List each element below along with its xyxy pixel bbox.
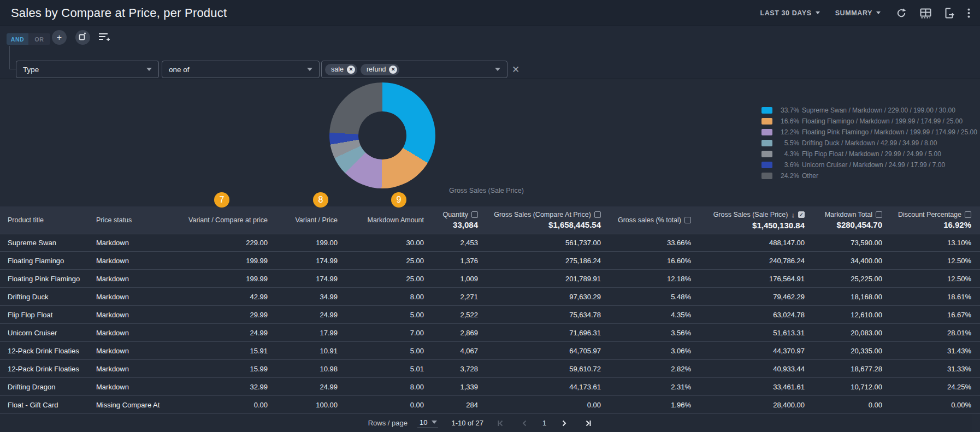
table-cell: 97,630.29 [478,293,601,301]
legend-item[interactable]: 5.5%Drifting Duck / Markdown / 42.99 / 3… [761,139,977,146]
column-header[interactable]: Variant / Compare at price [188,206,268,234]
table-cell: 8.00 [338,383,424,391]
chevron-down-icon [876,11,881,14]
table-cell: 4,067 [424,347,478,355]
table-cell: 28.01% [882,329,971,337]
table-cell: 20,335.00 [805,347,882,355]
date-range-menu[interactable]: LAST 30 DAYS [760,9,819,17]
column-checkbox[interactable] [965,211,971,218]
date-range-label: LAST 30 DAYS [760,9,811,17]
chevron-down-icon [432,421,437,424]
legend-item[interactable]: 4.3%Flip Flop Float / Markdown / 29.99 /… [761,150,977,157]
column-checkbox[interactable] [594,211,601,218]
table-cell: 10,712.00 [805,383,882,391]
legend-item[interactable]: 33.7%Supreme Swan / Markdown / 229.00 / … [761,106,977,114]
table-cell: 15.91 [188,347,268,355]
filter-panel: AND OR + Type one [0,26,980,79]
table-cell: 284 [424,401,478,409]
column-checkbox[interactable]: ✓ [798,211,805,218]
page-size-select[interactable]: 10 [417,418,438,428]
column-header[interactable]: Gross Sales (Compare At Price)$1,658,445… [478,206,601,234]
chevron-down-icon [495,68,500,71]
column-total: $1,658,445.54 [548,220,601,229]
table-cell: 0.00 [478,401,601,409]
table-grid-icon[interactable] [920,8,931,19]
export-icon[interactable] [944,8,954,19]
prev-page-button[interactable] [517,418,532,428]
table-cell: Floating Flamingo [8,257,96,265]
add-filter-button[interactable]: + [52,30,67,45]
table-cell: 199.99 [188,275,268,283]
page-size-value: 10 [420,418,427,427]
chevron-left-icon [519,418,529,428]
filter-chips: sale✕refund✕ [325,64,399,75]
column-checkbox[interactable] [684,217,691,223]
current-page-number[interactable]: 1 [541,419,547,427]
column-header[interactable]: Variant / Price [268,206,338,234]
last-page-button[interactable] [581,418,595,428]
donut-chart[interactable] [329,82,435,188]
plus-icon: + [57,33,62,42]
filter-value-chip[interactable]: refund✕ [361,64,399,75]
next-page-button[interactable] [557,418,571,428]
table-cell: 24.99 [268,383,338,391]
legend-item[interactable]: 16.6%Floating Flamingo / Markdown / 199.… [761,117,977,125]
legend-swatch [761,151,772,157]
column-header[interactable]: Gross Sales (Sale Price)↓✓$1,450,130.84 [691,206,805,234]
column-checkbox[interactable] [471,211,478,218]
legend-percent: 4.3% [777,150,799,158]
logic-and-button[interactable]: AND [7,33,28,45]
table-cell: 3.06% [601,347,691,355]
table-cell: 63,024.78 [691,311,805,319]
column-header[interactable]: Markdown Total$280,454.70 [805,206,882,234]
first-page-button[interactable] [493,418,507,428]
table-cell: Markdown [96,293,188,301]
table-cell: Missing Compare At [96,401,188,409]
column-header[interactable]: Product title [8,206,96,234]
column-label: Quantity [442,211,468,218]
legend-swatch [761,173,772,179]
table-cell: 229.00 [188,239,268,247]
table-cell: 561,737.00 [478,239,601,247]
remove-filter-icon[interactable]: ✕ [512,64,519,75]
filter-values-dropdown[interactable]: sale✕refund✕ [321,61,507,78]
column-checkbox[interactable] [876,211,882,218]
chart-measure-label: Gross Sales (Sale Price) [449,187,524,194]
table-cell: 10.98 [268,365,338,373]
rows-per-page-label: Rows / page [368,419,408,427]
column-header[interactable]: Price status [96,206,188,234]
column-header[interactable]: Quantity33,084 [424,206,478,234]
legend-item[interactable]: 3.6%Unicorn Cruiser / Markdown / 24.99 /… [761,161,977,168]
summary-menu[interactable]: SUMMARY [835,9,881,17]
table-cell: 0.00 [805,401,882,409]
column-header[interactable]: Gross sales (% total) [601,206,691,234]
chevron-down-icon [816,11,820,14]
legend-item[interactable]: 24.2%Other [761,172,977,179]
table-cell: Drifting Dragon [8,383,96,391]
remove-chip-icon[interactable]: ✕ [389,66,397,74]
filter-field-dropdown[interactable]: Type [16,61,159,78]
filter-value-chip[interactable]: sale✕ [325,64,357,75]
refresh-icon[interactable] [896,8,907,19]
column-header[interactable]: Discount Percentage16.92% [882,206,971,234]
add-group-button[interactable] [75,30,90,45]
table-cell: 31.43% [882,347,971,355]
add-group-icon [79,32,87,43]
annotation-badge: 9 [391,192,406,208]
table-header-row: Product titlePrice statusVariant / Compa… [0,206,980,234]
first-page-icon [495,418,505,428]
table-cell: 28,400.00 [691,401,805,409]
table-cell: 18,168.00 [805,293,882,301]
title-bar: Sales by Compare at Price, per Product L… [0,0,980,26]
column-header[interactable]: Markdown Amount [338,206,424,234]
table-cell: 100.00 [268,401,338,409]
remove-chip-icon[interactable]: ✕ [347,66,355,74]
legend-item[interactable]: 12.2%Floating Pink Flamingo / Markdown /… [761,128,977,135]
filter-operator-dropdown[interactable]: one of [162,61,320,78]
kebab-menu-icon[interactable] [967,8,970,19]
table-cell: 5.00 [338,311,424,319]
add-filter-rule-button[interactable] [98,32,110,45]
table-cell: 20,083.00 [805,329,882,337]
table-cell: 0.00 [338,401,424,409]
logic-or-button[interactable]: OR [28,33,50,45]
